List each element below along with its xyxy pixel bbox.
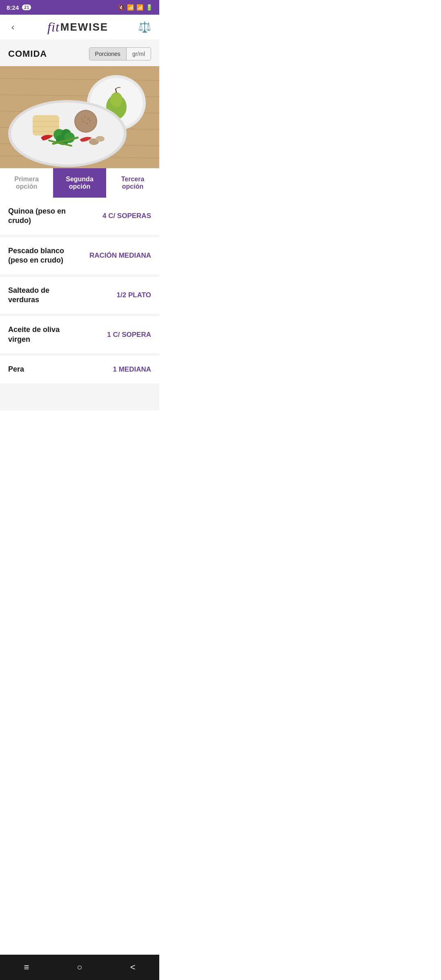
food-item-pera[interactable]: Pera 1 MEDIANA xyxy=(0,356,159,385)
food-item-aceite[interactable]: Aceite de oliva virgen 1 C/ SOPERA xyxy=(0,316,159,356)
logo-mewise: MEWISE xyxy=(60,21,108,33)
food-name-quinoa: Quinoa (peso en crudo) xyxy=(8,207,80,226)
svg-point-22 xyxy=(87,118,89,120)
svg-point-23 xyxy=(82,121,84,122)
app-header: ‹ fit MEWISE ⚖️ xyxy=(0,15,159,40)
unit-toggle[interactable]: Porciones gr/ml xyxy=(89,47,151,60)
svg-point-20 xyxy=(81,118,82,119)
svg-point-34 xyxy=(96,136,105,142)
toggle-porciones[interactable]: Porciones xyxy=(89,48,126,60)
svg-point-21 xyxy=(84,116,86,118)
wifi-icon: 📶 xyxy=(127,4,134,11)
mute-icon: 🔇 xyxy=(118,4,125,11)
battery-icon: 🔋 xyxy=(146,4,153,11)
main-content: COMIDA Porciones gr/ml xyxy=(0,40,159,410)
section-header: COMIDA Porciones gr/ml xyxy=(0,40,159,66)
food-item-pescado[interactable]: Pescado blanco (peso en crudo) RACIÓN ME… xyxy=(0,237,159,277)
section-title: COMIDA xyxy=(8,49,47,59)
food-name-pera: Pera xyxy=(8,365,80,374)
tab-primera-opcion[interactable]: Primera opción xyxy=(0,168,53,198)
food-item-salteado[interactable]: Salteado de verduras 1/2 PLATO xyxy=(0,277,159,316)
notification-badge: 21 xyxy=(22,4,31,10)
food-qty-salteado: 1/2 PLATO xyxy=(117,291,151,299)
status-bar: 8:24 21 🔇 📶 📶 🔋 xyxy=(0,0,159,15)
svg-point-25 xyxy=(89,120,91,121)
tab-tercera-opcion[interactable]: Tercera opción xyxy=(106,168,159,198)
scale-icon[interactable]: ⚖️ xyxy=(138,21,151,33)
food-qty-quinoa: 4 C/ SOPERAS xyxy=(102,212,151,220)
status-icons: 🔇 📶 📶 🔋 xyxy=(118,4,153,11)
app-logo: fit MEWISE xyxy=(47,20,108,35)
svg-point-19 xyxy=(75,111,96,132)
status-time: 8:24 xyxy=(7,4,19,11)
svg-point-10 xyxy=(110,92,122,107)
food-item-quinoa[interactable]: Quinoa (peso en crudo) 4 C/ SOPERAS xyxy=(0,198,159,237)
option-tabs: Primera opción Segunda opción Tercera op… xyxy=(0,168,159,198)
svg-point-24 xyxy=(86,122,88,124)
food-image xyxy=(0,66,159,168)
toggle-grml[interactable]: gr/ml xyxy=(126,48,151,60)
food-qty-pera: 1 MEDIANA xyxy=(113,365,151,374)
food-qty-pescado: RACIÓN MEDIANA xyxy=(89,252,151,260)
food-name-aceite: Aceite de oliva virgen xyxy=(8,325,80,344)
tab-segunda-opcion[interactable]: Segunda opción xyxy=(53,168,106,198)
food-list: Quinoa (peso en crudo) 4 C/ SOPERAS Pesc… xyxy=(0,198,159,386)
back-button[interactable]: ‹ xyxy=(8,20,18,34)
food-name-salteado: Salteado de verduras xyxy=(8,286,80,305)
food-name-pescado: Pescado blanco (peso en crudo) xyxy=(8,246,80,265)
signal-icon: 📶 xyxy=(136,4,143,11)
logo-fit: fit xyxy=(47,20,60,35)
food-qty-aceite: 1 C/ SOPERA xyxy=(107,331,151,339)
